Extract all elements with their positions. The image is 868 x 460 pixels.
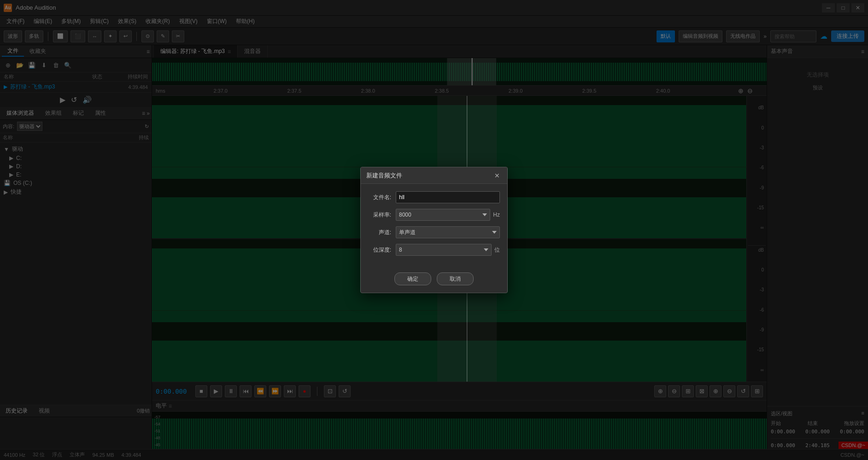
filename-label: 文件名: [368,194,396,201]
filename-input[interactable] [396,191,500,203]
samplerate-row: 采样率: 8000 11025 22050 44100 48000 96000 … [368,209,500,221]
bitdepth-unit: 位 [494,246,500,254]
bitdepth-select[interactable]: 8 16 24 32 [396,244,492,256]
channel-select[interactable]: 单声道 立体声 5.1 [396,226,500,238]
samplerate-label: 采样率: [368,211,396,219]
confirm-button[interactable]: 确定 [394,272,431,285]
modal-title-bar: 新建音频文件 ✕ [361,167,507,184]
modal-body: 文件名: 采样率: 8000 11025 22050 44100 48000 9… [361,184,507,269]
samplerate-unit: Hz [493,212,500,218]
modal-footer: 确定 取消 [361,269,507,293]
channel-row: 声道: 单声道 立体声 5.1 [368,226,500,238]
bitdepth-label: 位深度: [368,246,396,254]
bitdepth-row: 位深度: 8 16 24 32 位 [368,244,500,256]
modal-title: 新建音频文件 [366,171,493,180]
modal-close-button[interactable]: ✕ [493,171,502,180]
modal-dialog: 新建音频文件 ✕ 文件名: 采样率: 8000 11025 22050 4410… [360,167,508,293]
channel-label: 声道: [368,229,396,236]
cancel-button[interactable]: 取消 [437,272,474,285]
filename-row: 文件名: [368,191,500,203]
samplerate-select[interactable]: 8000 11025 22050 44100 48000 96000 [396,209,490,221]
modal-overlay: 新建音频文件 ✕ 文件名: 采样率: 8000 11025 22050 4410… [0,0,868,460]
